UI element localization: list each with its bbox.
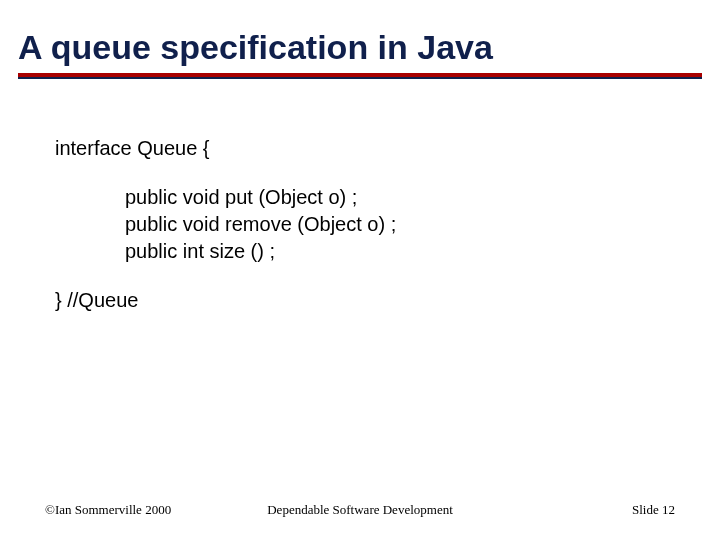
code-method-remove: public void remove (Object o) ; xyxy=(125,211,396,238)
code-method-put: public void put (Object o) ; xyxy=(125,184,396,211)
page-title: A queue specification in Java xyxy=(18,28,702,67)
code-method-size: public int size () ; xyxy=(125,238,396,265)
title-block: A queue specification in Java xyxy=(18,28,702,79)
code-methods: public void put (Object o) ; public void… xyxy=(125,184,396,265)
code-line-open: interface Queue { xyxy=(55,135,396,162)
footer-slide-number: Slide 12 xyxy=(632,502,675,518)
footer-title: Dependable Software Development xyxy=(0,502,720,518)
rule-blue xyxy=(18,77,702,79)
code-line-close: } //Queue xyxy=(55,287,396,314)
code-block: interface Queue { public void put (Objec… xyxy=(55,135,396,314)
footer: ©Ian Sommerville 2000 Dependable Softwar… xyxy=(0,502,720,522)
